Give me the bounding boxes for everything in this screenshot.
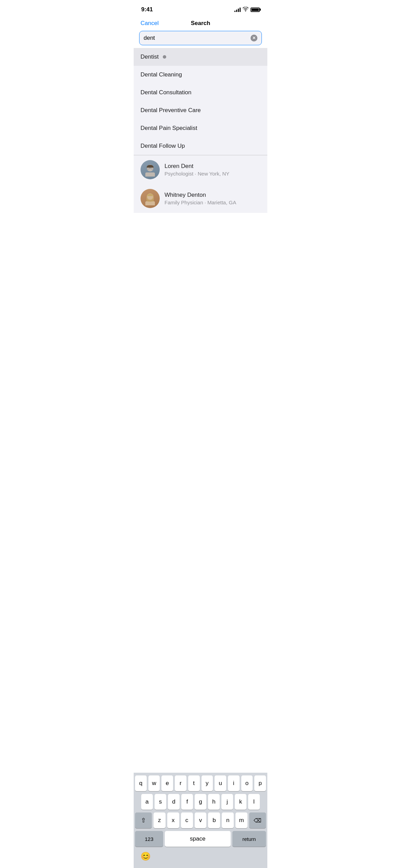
wifi-icon — [243, 7, 248, 12]
suggestions-list: Dentist Dental Cleaning Dental Consultat… — [134, 48, 267, 213]
page-title: Search — [191, 20, 210, 27]
cancel-button[interactable]: Cancel — [141, 20, 159, 27]
suggestion-text: Dental Consultation — [141, 89, 191, 96]
provider-info: Whitney Denton Family Physician · Mariet… — [165, 192, 236, 205]
suggestion-text: Dental Cleaning — [141, 71, 182, 78]
list-item[interactable]: Whitney Denton Family Physician · Mariet… — [134, 184, 267, 213]
suggestion-item[interactable]: Dental Consultation — [134, 84, 267, 101]
suggestion-item[interactable]: Dental Follow Up — [134, 137, 267, 155]
battery-icon — [251, 8, 260, 12]
clear-button[interactable]: ✕ — [251, 35, 257, 41]
suggestion-item[interactable]: Dentist — [134, 48, 267, 66]
status-icons — [234, 7, 260, 12]
provider-detail: Family Physician · Marietta, GA — [165, 200, 236, 205]
provider-info: Loren Dent Psychologist · New York, NY — [165, 163, 229, 177]
suggestion-item[interactable]: Dental Preventive Care — [134, 101, 267, 119]
status-bar: 9:41 — [134, 0, 267, 17]
provider-name: Whitney Denton — [165, 192, 236, 198]
suggestion-item[interactable]: Dental Pain Specialist — [134, 119, 267, 137]
list-item[interactable]: Loren Dent Psychologist · New York, NY — [134, 155, 267, 184]
signal-icon — [234, 7, 241, 12]
avatar — [141, 160, 160, 179]
search-input[interactable] — [144, 35, 248, 41]
search-container: ✕ — [134, 31, 267, 48]
suggestion-text: Dental Follow Up — [141, 143, 185, 149]
svg-rect-1 — [145, 172, 155, 177]
suggestion-text: Dentist — [141, 53, 159, 60]
suggestion-text: Dental Preventive Care — [141, 107, 201, 114]
suggestion-text: Dental Pain Specialist — [141, 125, 197, 132]
provider-detail: Psychologist · New York, NY — [165, 171, 229, 177]
suggestion-item[interactable]: Dental Cleaning — [134, 66, 267, 84]
header: Cancel Search — [134, 17, 267, 31]
avatar — [141, 189, 160, 208]
provider-name: Loren Dent — [165, 163, 229, 170]
suggestion-dot — [163, 55, 166, 59]
status-time: 9:41 — [141, 6, 153, 13]
search-input-wrapper: ✕ — [139, 31, 262, 45]
